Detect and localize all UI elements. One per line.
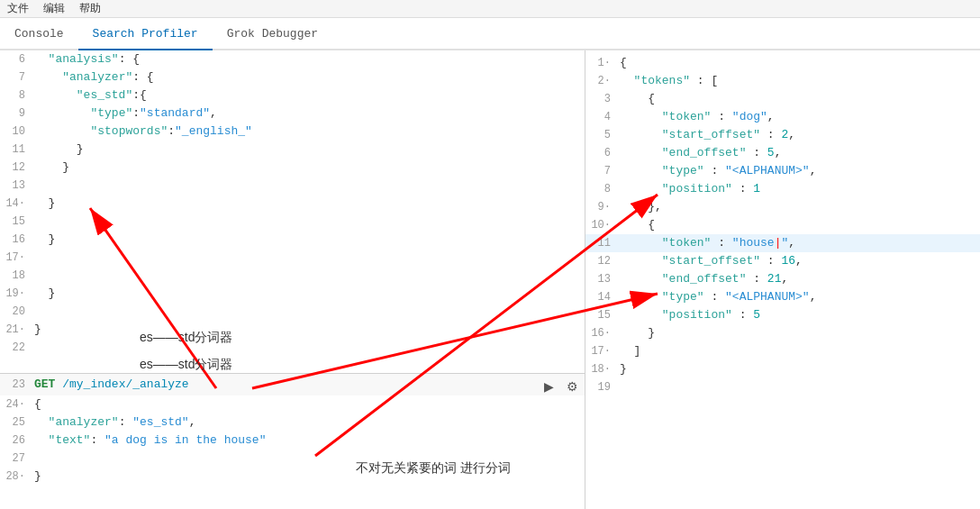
code-line-21: 21· } [0, 321, 585, 339]
code-line-24: 24· { [0, 395, 585, 414]
query-code: 23 GET /my_index/_analyze 24· { 25 "anal… [0, 374, 585, 486]
code-line-28: 28· } [0, 468, 585, 486]
settings-button[interactable]: ⚙ [563, 377, 581, 395]
definition-code: 6 "analysis": { 7 "analyzer": { 8 "es_st… [0, 50, 585, 357]
result-line-7: 7 "type" : "<ALPHANUM>", [585, 162, 980, 180]
tab-grok-debugger[interactable]: Grok Debugger [213, 18, 332, 50]
code-line-14: 14· } [0, 195, 585, 213]
code-line-20: 20 [0, 303, 585, 321]
code-line-15: 15 [0, 213, 585, 231]
run-button[interactable]: ▶ [540, 377, 558, 395]
code-line-7: 7 "analyzer": { [0, 68, 585, 86]
result-line-14: 14 "type" : "<ALPHANUM>", [585, 288, 980, 306]
result-line-18: 18· } [585, 360, 980, 378]
code-line-8: 8 "es_std":{ [0, 86, 585, 105]
code-line-10: 10 "stopwords":"_english_" [0, 123, 585, 141]
main-content: 6 "analysis": { 7 "analyzer": { 8 "es_st… [0, 50, 980, 509]
result-line-11: 11 "token" : "house|", [585, 234, 980, 252]
code-line-6: 6 "analysis": { [0, 50, 585, 68]
code-line-22: 22 [0, 339, 585, 357]
result-line-16: 16· } [585, 324, 980, 342]
result-line-19: 19 [585, 378, 980, 396]
tab-search-profiler[interactable]: Search Profiler [78, 18, 213, 50]
result-line-3: 3 { [585, 90, 980, 108]
result-line-5: 5 "start_offset" : 2, [585, 126, 980, 144]
result-line-4: 4 "token" : "dog", [585, 108, 980, 126]
menu-file[interactable]: 文件 [7, 1, 29, 16]
code-area-query[interactable]: ▶ ⚙ 23 GET /my_index/_analyze 24· { 25 "… [0, 374, 585, 509]
result-line-15: 15 "position" : 5 [585, 306, 980, 324]
code-area-definition[interactable]: 6 "analysis": { 7 "analyzer": { 8 "es_st… [0, 50, 585, 374]
right-panel: 1· { 2· "tokens" : [ 3 { 4 "token" : "do… [585, 50, 980, 509]
code-line-11: 11 } [0, 141, 585, 159]
result-line-1: 1· { [585, 54, 980, 72]
menu-edit[interactable]: 编辑 [43, 1, 65, 16]
result-line-13: 13 "end_offset" : 21, [585, 270, 980, 288]
code-line-25: 25 "analyzer": "es_std", [0, 414, 585, 432]
result-line-8: 8 "position" : 1 [585, 180, 980, 198]
code-line-23: 23 GET /my_index/_analyze [0, 374, 585, 395]
code-line-17: 17· [0, 249, 585, 267]
result-line-2: 2· "tokens" : [ [585, 72, 980, 90]
left-panel: 6 "analysis": { 7 "analyzer": { 8 "es_st… [0, 50, 585, 509]
tab-bar: Console Search Profiler Grok Debugger [0, 18, 980, 50]
menu-help[interactable]: 帮助 [79, 1, 101, 16]
result-code: 1· { 2· "tokens" : [ 3 { 4 "token" : "do… [585, 50, 980, 396]
code-line-26: 26 "text": "a dog is in the house" [0, 432, 585, 450]
bottom-toolbar: ▶ ⚙ [540, 377, 581, 395]
result-line-12: 12 "start_offset" : 16, [585, 252, 980, 270]
code-line-13: 13 [0, 177, 585, 195]
result-line-9: 9· }, [585, 198, 980, 216]
tab-console[interactable]: Console [0, 18, 78, 50]
result-line-6: 6 "end_offset" : 5, [585, 144, 980, 162]
result-line-17: 17· ] [585, 342, 980, 360]
code-line-27: 27 [0, 450, 585, 468]
menu-bar: 文件 编辑 帮助 [0, 0, 980, 18]
result-line-10: 10· { [585, 216, 980, 234]
code-line-12: 12 } [0, 159, 585, 177]
code-line-19: 19· } [0, 285, 585, 303]
code-line-18: 18 [0, 267, 585, 285]
code-line-9: 9 "type":"standard", [0, 105, 585, 123]
code-line-16: 16 } [0, 231, 585, 249]
